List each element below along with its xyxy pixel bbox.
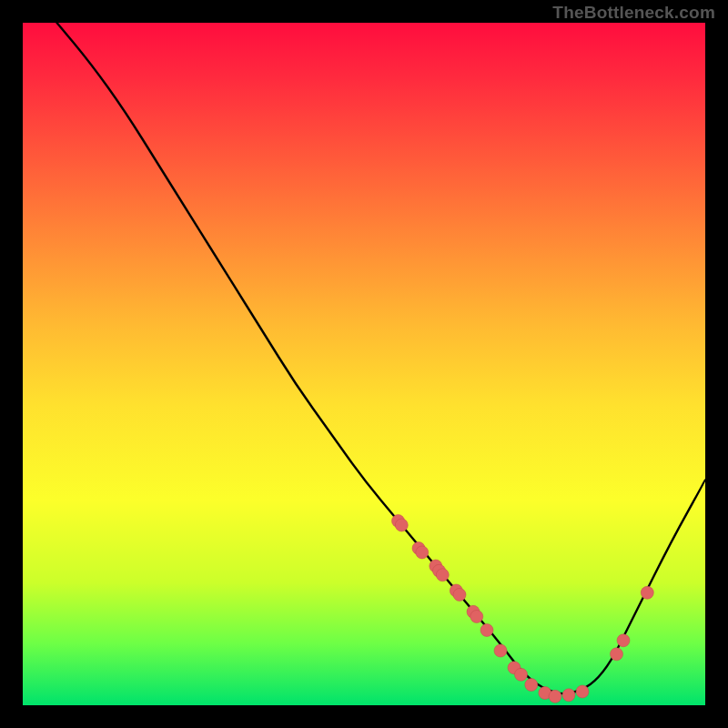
bottleneck-curve	[57, 23, 706, 693]
data-point	[450, 584, 462, 597]
data-point	[433, 564, 446, 577]
data-point	[641, 586, 653, 599]
chart-plot-area	[23, 23, 705, 705]
data-point	[562, 689, 575, 702]
data-point	[549, 690, 561, 703]
data-point	[617, 634, 630, 647]
data-point	[416, 546, 429, 559]
data-point	[395, 519, 408, 531]
data-point	[494, 644, 507, 657]
data-point	[430, 560, 442, 572]
data-point	[392, 515, 405, 528]
data-point	[412, 542, 425, 555]
data-point	[508, 662, 521, 674]
chart-svg	[23, 23, 705, 705]
data-point	[611, 648, 623, 661]
data-point	[436, 569, 449, 581]
data-point	[453, 589, 466, 602]
data-point	[480, 624, 493, 637]
data-markers	[392, 515, 654, 703]
data-point	[539, 687, 551, 700]
data-point	[470, 611, 483, 623]
data-point	[525, 679, 538, 692]
data-point	[515, 668, 528, 681]
watermark-label: TheBottleneck.com	[552, 3, 715, 23]
data-point	[467, 605, 480, 618]
data-point	[576, 685, 589, 698]
